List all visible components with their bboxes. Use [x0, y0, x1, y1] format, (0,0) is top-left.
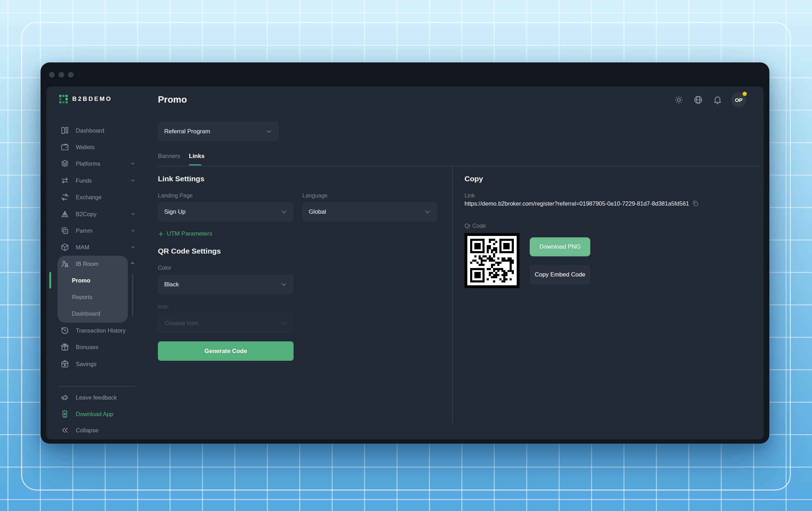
- sidebar-item-wallets[interactable]: Wallets: [60, 141, 136, 153]
- brand-logo: B2BDEMO: [59, 94, 112, 104]
- plus-icon: [158, 231, 164, 237]
- gift-icon: [60, 342, 69, 352]
- sidebar-item-label: IB Room: [76, 261, 98, 267]
- layers-icon: [60, 159, 69, 168]
- utm-parameters-link[interactable]: UTM Parameters: [158, 230, 212, 237]
- exchange-loop-icon: [60, 193, 69, 202]
- color-label: Color: [158, 265, 171, 271]
- sidebar-subitem-label: Promo: [72, 277, 90, 284]
- sidebar-item-label: Platforms: [76, 160, 100, 167]
- qr-icon-select[interactable]: Choose Icon: [158, 314, 294, 333]
- page-title: Promo: [158, 94, 187, 105]
- user-avatar[interactable]: OP: [731, 92, 746, 107]
- notifications-bell-icon[interactable]: [713, 95, 722, 105]
- sidebar-subitem-promo[interactable]: Promo: [72, 274, 90, 286]
- link-label: Link: [465, 193, 475, 199]
- sidebar-item-platforms[interactable]: Platforms: [60, 158, 136, 170]
- sidebar-subitem-dashboard[interactable]: Dashboard: [72, 308, 100, 320]
- sidebar-item-label: Pamm: [76, 227, 93, 234]
- window-control-dot[interactable]: [49, 72, 55, 78]
- active-item-indicator: [49, 272, 51, 288]
- sidebar-item-pamm[interactable]: P Pamm: [60, 225, 136, 237]
- sidebar-item-mam[interactable]: MAM: [60, 241, 136, 253]
- copy-panel-title: Copy: [465, 175, 483, 183]
- chevron-down-icon: [280, 281, 287, 288]
- sidebar-item-leave-feedback[interactable]: Leave feedback: [60, 391, 136, 403]
- sidebar-item-label: Exchange: [76, 194, 102, 201]
- chevron-down-icon: [130, 178, 136, 183]
- svg-text:P: P: [64, 230, 67, 233]
- prism-icon: [60, 209, 69, 219]
- window-control-dot[interactable]: [59, 72, 64, 78]
- brand-logo-icon: [59, 94, 68, 104]
- sidebar-item-collapse[interactable]: Collapse: [60, 424, 136, 436]
- sidebar-item-bonuses[interactable]: Bonuses: [60, 341, 136, 353]
- icon-label: Icon: [158, 304, 168, 310]
- column-divider: [452, 166, 453, 426]
- qr-icon-placeholder: Choose Icon: [165, 320, 198, 327]
- window-controls: [49, 72, 74, 78]
- tab-banners[interactable]: Banners: [158, 153, 180, 160]
- brand-name: B2BDEMO: [72, 96, 112, 103]
- avatar-initials: OP: [735, 97, 743, 103]
- sidebar-subitem-label: Dashboard: [72, 310, 100, 317]
- sidebar-item-funds[interactable]: Funds: [60, 175, 136, 187]
- sidebar-item-label: Collapse: [76, 427, 98, 434]
- sidebar-item-download-app[interactable]: Download App: [60, 408, 136, 420]
- chevron-down-icon: [130, 244, 136, 250]
- generate-code-button[interactable]: Generate Code: [158, 341, 294, 361]
- sidebar-item-label: Savings: [76, 361, 97, 367]
- window-control-dot[interactable]: [68, 72, 74, 78]
- app-surface: B2BDEMO Dashboard Wallets Platforms Fund…: [46, 86, 764, 439]
- sidebar-divider: [58, 386, 135, 387]
- sidebar-item-label: Download App: [76, 411, 113, 418]
- pamm-copy-icon: P: [60, 226, 69, 235]
- sidebar-item-label: Funds: [76, 177, 92, 184]
- dashboard-icon: [60, 126, 69, 135]
- language-globe-icon[interactable]: [693, 95, 703, 105]
- tab-links[interactable]: Links: [189, 153, 204, 160]
- transfer-arrows-icon: [60, 176, 69, 185]
- sidebar-item-savings[interactable]: Savings: [60, 358, 136, 370]
- safe-icon: [60, 359, 69, 369]
- chevron-down-icon: [280, 208, 287, 215]
- utm-parameters-label: UTM Parameters: [167, 230, 212, 237]
- qr-settings-title: QR Code Settings: [158, 247, 221, 255]
- language-value: Global: [309, 208, 326, 215]
- qr-color-value: Black: [164, 281, 179, 288]
- megaphone-icon: [60, 393, 69, 402]
- cube-icon: [60, 243, 69, 252]
- referral-link-row: https://demo.b2broker.com/register?refer…: [465, 200, 699, 207]
- download-png-button[interactable]: Download PNG: [530, 237, 590, 256]
- chevron-down-icon: [130, 211, 136, 217]
- phone-download-icon: [60, 409, 69, 419]
- sidebar-item-b2copy[interactable]: B2Copy: [60, 208, 136, 220]
- chevron-down-icon: [265, 128, 272, 135]
- language-label: Language: [302, 193, 327, 199]
- ib-room-group-panel: IB Room Promo Reports Dashboard: [57, 256, 128, 323]
- sidebar-scrollbar[interactable]: [132, 274, 133, 316]
- sidebar-item-ib-room[interactable]: IB Room: [60, 258, 98, 270]
- chevron-down-icon: [130, 228, 136, 233]
- sidebar-subitem-reports[interactable]: Reports: [72, 291, 92, 303]
- sidebar-item-label: Wallets: [76, 144, 94, 151]
- app-window: B2BDEMO Dashboard Wallets Platforms Fund…: [41, 62, 769, 444]
- history-clock-icon: [60, 326, 69, 335]
- sidebar-item-transaction-history[interactable]: Transaction History: [60, 324, 136, 336]
- language-select[interactable]: Global: [302, 202, 437, 221]
- theme-sun-icon[interactable]: [674, 95, 684, 105]
- sidebar-item-dashboard[interactable]: Dashboard: [60, 124, 136, 136]
- sidebar-item-label: B2Copy: [76, 211, 97, 218]
- sidebar-item-label: Transaction History: [76, 327, 126, 334]
- qr-color-select[interactable]: Black: [158, 275, 294, 294]
- sidebar-item-label: MAM: [76, 244, 90, 251]
- copy-embed-code-button[interactable]: Copy Embed Code: [530, 265, 590, 284]
- chevron-down-icon: [130, 161, 136, 166]
- sidebar-item-label: Dashboard: [76, 127, 104, 134]
- chevron-down-icon: [280, 320, 287, 327]
- copy-icon[interactable]: [692, 200, 699, 207]
- sidebar-item-exchange[interactable]: Exchange: [60, 191, 136, 203]
- wallet-icon: [60, 142, 69, 152]
- landing-page-select[interactable]: Sign Up: [158, 202, 294, 221]
- program-select[interactable]: Referral Program: [158, 122, 279, 141]
